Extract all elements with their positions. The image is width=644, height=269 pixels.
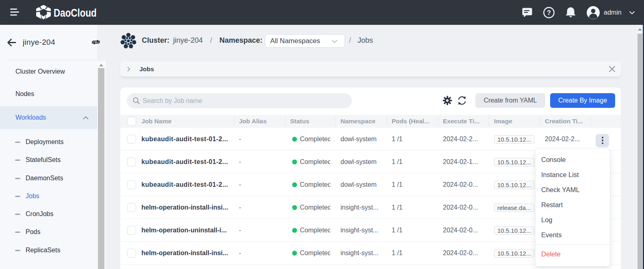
svg-text:?: ?	[547, 9, 551, 16]
